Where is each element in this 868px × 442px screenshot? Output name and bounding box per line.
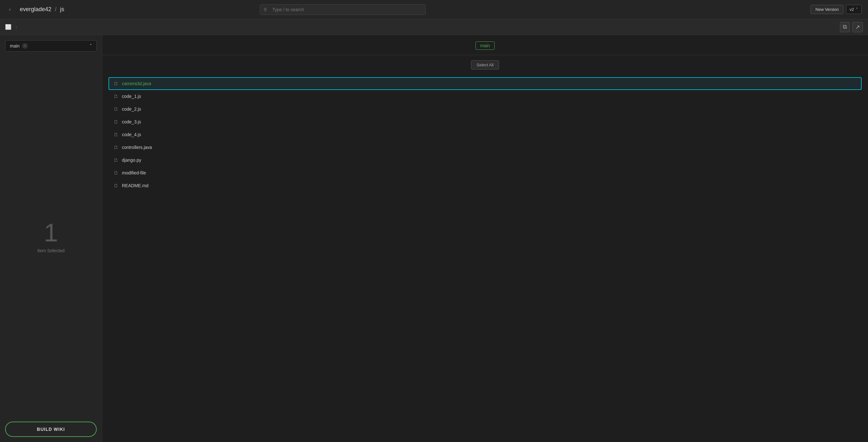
branch-selector[interactable]: main ✕ ˅ — [5, 40, 97, 52]
version-badge[interactable]: v2 ˅ — [846, 5, 862, 14]
branch-tag: main — [475, 41, 495, 50]
list-item[interactable]: 🗋code_2.js — [108, 103, 862, 115]
file-name: modified-file — [122, 170, 146, 175]
monitor-icon[interactable]: ⬜ — [5, 24, 11, 30]
new-version-button[interactable]: New Version — [811, 5, 843, 14]
list-item[interactable]: 🗋camera3d.java — [108, 77, 862, 90]
branch-name: main ✕ — [10, 43, 28, 49]
topbar: ‹ everglade42 / js ⚲ New Version v2 ˅ — [0, 0, 868, 19]
file-list: 🗋camera3d.java🗋code_1.js🗋code_2.js🗋code_… — [102, 77, 868, 192]
file-name: README.md — [122, 183, 148, 188]
file-icon: 🗋 — [114, 94, 118, 99]
toolbar2-right: ⧉ ↗ — [840, 22, 863, 32]
file-icon: 🗋 — [114, 106, 118, 112]
file-icon: 🗋 — [114, 183, 118, 188]
search-bar: ⚲ — [260, 4, 426, 15]
file-name: django.py — [122, 158, 142, 163]
selected-label: Item Selected — [37, 248, 65, 253]
file-icon: 🗋 — [114, 145, 118, 150]
file-name: code_2.js — [122, 106, 141, 112]
file-name: camera3d.java — [122, 81, 151, 86]
toolbar2: ⬜ › ⧉ ↗ — [0, 19, 868, 35]
version-label: v2 — [849, 7, 854, 12]
list-item[interactable]: 🗋django.py — [108, 154, 862, 167]
list-item[interactable]: 🗋code_3.js — [108, 115, 862, 128]
branch-close-icon[interactable]: ✕ — [22, 43, 28, 49]
select-all-button[interactable]: Select All — [471, 60, 499, 70]
title-separator: / — [55, 6, 57, 12]
file-name: code_1.js — [122, 94, 141, 99]
back-button[interactable]: ‹ — [6, 5, 13, 14]
version-chevron-down-icon: ˅ — [856, 7, 858, 12]
topbar-right: New Version v2 ˅ — [811, 5, 862, 14]
search-input[interactable] — [260, 4, 426, 15]
file-area: main Select All 🗋camera3d.java🗋code_1.js… — [102, 35, 868, 442]
list-item[interactable]: 🗋controllers.java — [108, 141, 862, 154]
list-item[interactable]: 🗋code_4.js — [108, 128, 862, 141]
main-layout: main ✕ ˅ 1 Item Selected BUILD WIKI main… — [0, 35, 868, 442]
repo-title: everglade42 / js — [20, 6, 64, 13]
selected-count: 1 — [44, 220, 58, 245]
file-icon: 🗋 — [114, 132, 118, 137]
list-item[interactable]: 🗋modified-file — [108, 167, 862, 179]
branch-label: main — [10, 43, 20, 48]
file-icon: 🗋 — [114, 81, 118, 86]
repo-sub: js — [60, 6, 64, 12]
split-view-button[interactable]: ⧉ — [840, 22, 850, 32]
build-wiki-button[interactable]: BUILD WIKI — [5, 421, 97, 437]
file-name: controllers.java — [122, 145, 152, 150]
branch-chevron-down-icon: ˅ — [90, 43, 92, 48]
file-icon: 🗋 — [114, 119, 118, 124]
back-icon: ‹ — [9, 6, 11, 12]
search-icon: ⚲ — [264, 7, 267, 12]
file-name: code_4.js — [122, 132, 141, 137]
sidebar: main ✕ ˅ 1 Item Selected BUILD WIKI — [0, 35, 102, 442]
file-area-header: main Select All — [102, 41, 868, 70]
list-item[interactable]: 🗋code_1.js — [108, 90, 862, 103]
selected-info: 1 Item Selected — [5, 57, 97, 416]
file-icon: 🗋 — [114, 158, 118, 163]
file-name: code_3.js — [122, 119, 141, 124]
list-item[interactable]: 🗋README.md — [108, 179, 862, 192]
external-view-button[interactable]: ↗ — [852, 22, 863, 32]
divider — [102, 55, 868, 55]
breadcrumb-separator: › — [15, 24, 17, 30]
file-icon: 🗋 — [114, 170, 118, 175]
repo-name: everglade42 — [20, 6, 51, 12]
